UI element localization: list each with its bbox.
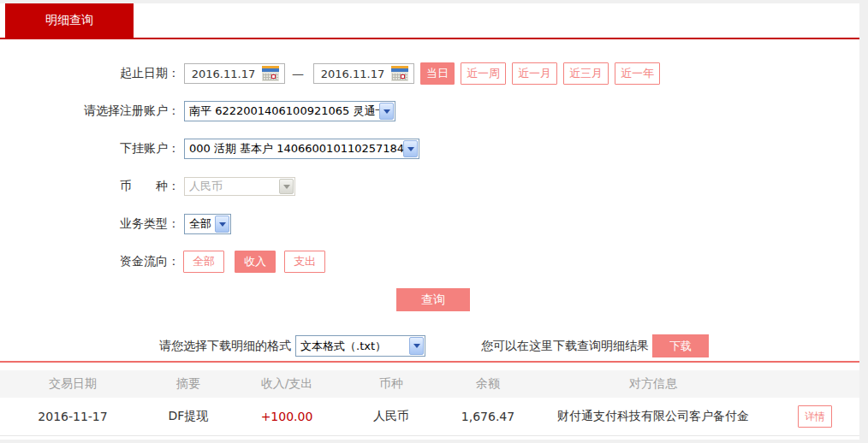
- calendar-icon[interactable]: [391, 66, 408, 81]
- chevron-down-icon: [407, 147, 414, 151]
- fund-flow-all-button[interactable]: 全部: [183, 251, 224, 273]
- cell-currency: 人民币: [342, 409, 440, 424]
- chevron-down-icon: [383, 109, 390, 114]
- cell-balance: 1,676.47: [440, 410, 536, 423]
- select-arrow-button: [279, 179, 294, 194]
- fund-flow-income-button[interactable]: 收入: [235, 251, 276, 273]
- currency-select: 人民币: [184, 177, 295, 196]
- query-button[interactable]: 查询: [396, 288, 470, 311]
- query-form: 起止日期： — 当日 近: [0, 39, 859, 311]
- calendar-icon[interactable]: [262, 66, 279, 81]
- header-amount: 收入/支出: [231, 376, 342, 392]
- currency-label: 币 种：: [0, 179, 180, 194]
- date-separator: —: [292, 67, 304, 80]
- date-range-label: 起止日期：: [0, 66, 180, 81]
- download-format-select[interactable]: 文本格式（.txt）: [295, 335, 425, 357]
- download-format-label: 请您选择下载明细的格式: [0, 339, 291, 354]
- sub-account-select[interactable]: 000 活期 基本户 1406600101102571848: [184, 139, 419, 159]
- select-arrow-button[interactable]: [215, 216, 229, 233]
- table-header-row: 交易日期 摘要 收入/支出 币种 余额 对方信息: [0, 370, 859, 398]
- select-arrow-button[interactable]: [403, 140, 418, 157]
- quick-range-month-button[interactable]: 近一月: [512, 62, 557, 85]
- chevron-down-icon: [413, 344, 420, 348]
- sub-account-label: 下挂账户：: [0, 141, 180, 157]
- quick-range-3months-button[interactable]: 近三月: [563, 62, 609, 85]
- tab-detail-query[interactable]: 明细查询: [5, 3, 134, 38]
- tab-bar: 明细查询: [0, 3, 859, 39]
- sub-account-row: 下挂账户： 000 活期 基本户 1406600101102571848: [0, 138, 859, 160]
- download-row: 请您选择下载明细的格式 文本格式（.txt） 您可以在这里下载查询明细结果 下载: [0, 334, 859, 357]
- transactions-table: 交易日期 摘要 收入/支出 币种 余额 对方信息 2016-11-17 DF提现…: [0, 370, 859, 436]
- fund-flow-label: 资金流向：: [0, 254, 180, 269]
- quick-range-today-button[interactable]: 当日: [420, 62, 455, 85]
- quick-range-week-button[interactable]: 近一周: [461, 62, 506, 85]
- header-counterparty: 对方信息: [536, 376, 770, 392]
- cell-counterparty: 财付通支付科技有限公司客户备付金: [536, 409, 770, 424]
- date-range-row: 起止日期： — 当日 近: [0, 62, 859, 85]
- select-arrow-button[interactable]: [379, 103, 394, 120]
- detail-button[interactable]: 详情: [798, 405, 832, 428]
- currency-row: 币 种： 人民币: [0, 175, 859, 198]
- registered-account-row: 请选择注册账户： 南平 6222001406100921065 灵通卡: [0, 100, 859, 122]
- table-separator: [0, 361, 859, 363]
- date-to-input[interactable]: [314, 68, 391, 80]
- cell-summary: DF提现: [146, 409, 231, 424]
- main-panel: 明细查询 起止日期： —: [0, 3, 859, 440]
- cell-amount: +100.00: [231, 410, 342, 423]
- registered-account-select[interactable]: 南平 6222001406100921065 灵通卡: [184, 101, 395, 121]
- header-currency: 币种: [342, 376, 440, 392]
- fund-flow-row: 资金流向： 全部 收入 支出: [0, 251, 859, 273]
- business-type-label: 业务类型：: [0, 216, 180, 232]
- cell-date: 2016-11-17: [0, 410, 146, 423]
- tab-underline: [0, 38, 859, 39]
- date-from-field: [184, 63, 285, 84]
- download-button[interactable]: 下载: [652, 334, 709, 357]
- header-date: 交易日期: [0, 376, 146, 392]
- header-summary: 摘要: [146, 376, 231, 392]
- fund-flow-expense-button[interactable]: 支出: [284, 251, 325, 273]
- business-type-row: 业务类型： 全部: [0, 213, 859, 235]
- select-arrow-button[interactable]: [409, 337, 424, 355]
- table-row: 2016-11-17 DF提现 +100.00 人民币 1,676.47 财付通…: [0, 398, 859, 436]
- quick-range-year-button[interactable]: 近一年: [615, 62, 660, 85]
- business-type-select[interactable]: 全部: [184, 214, 231, 234]
- date-to-field: [313, 63, 414, 84]
- registered-account-label: 请选择注册账户：: [0, 103, 180, 119]
- date-from-input[interactable]: [185, 68, 262, 80]
- header-balance: 余额: [440, 376, 536, 392]
- chevron-down-icon: [219, 222, 226, 227]
- cell-actions: 详情: [770, 405, 859, 428]
- download-hint: 您可以在这里下载查询明细结果: [481, 339, 649, 354]
- chevron-down-icon: [283, 185, 290, 189]
